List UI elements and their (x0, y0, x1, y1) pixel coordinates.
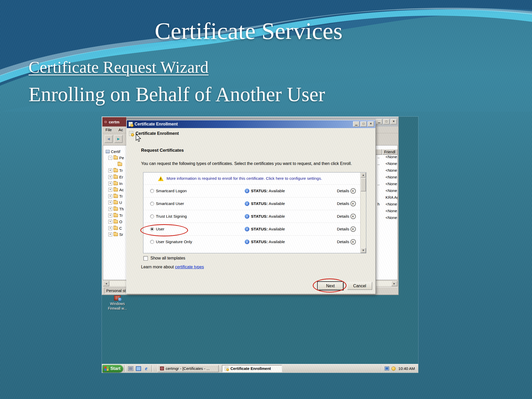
list-cell-fragment: .. (377, 161, 380, 166)
list-cell-fragment: h (377, 202, 380, 206)
details-label[interactable]: Details (337, 201, 349, 206)
info-icon: i (245, 189, 249, 193)
radio-button[interactable] (150, 240, 154, 244)
list-cell-fragment: .. (377, 182, 380, 186)
vertical-scrollbar[interactable]: ▲ ▼ (360, 172, 366, 253)
list-cell-value: <None (385, 161, 397, 166)
forward-icon: ► (116, 137, 121, 141)
maximize-button[interactable]: □ (383, 119, 390, 124)
details-expander-button[interactable]: » (350, 227, 356, 232)
list-cell-value: <None (385, 155, 397, 159)
slide-subtitle: Certificate Request Wizard (29, 58, 209, 77)
certificate-icon (129, 122, 133, 127)
dialog-titlebar[interactable]: Certificate Enrollment ▁ □ × (127, 120, 375, 128)
cert-row[interactable]: Trust List SigningiSTATUS: AvailableDeta… (143, 210, 360, 223)
details-label[interactable]: Details (337, 240, 349, 244)
scroll-up-button[interactable]: ▲ (361, 172, 366, 178)
details-label[interactable]: Details (337, 227, 349, 231)
slide: Certificate Services Certificate Request… (0, 0, 532, 399)
cert-row[interactable]: UseriSTATUS: AvailableDetails» (143, 223, 360, 235)
details-expander-button[interactable]: » (350, 201, 356, 207)
chevron-down-icon: » (351, 241, 355, 243)
status-text: STATUS: Available (251, 201, 285, 206)
cert-row[interactable]: Smartcard UseriSTATUS: AvailableDetails» (143, 197, 360, 210)
learn-more-prefix: Learn more about (141, 265, 175, 269)
task-label: Certificate Enrollment (230, 366, 271, 371)
back-button[interactable]: ◄ (104, 135, 113, 143)
certificate-icon (225, 367, 228, 370)
tray-icon-2[interactable] (391, 367, 396, 371)
cancel-button[interactable]: Cancel (347, 282, 372, 290)
cert-name-label[interactable]: Smartcard User (156, 201, 184, 206)
quick-launch: e (127, 366, 150, 371)
scroll-down-button[interactable]: ▼ (361, 248, 366, 253)
warning-icon (158, 176, 164, 181)
radio-button[interactable] (150, 189, 154, 193)
details-label[interactable]: Details (337, 189, 349, 193)
show-all-checkbox[interactable] (143, 256, 148, 261)
certmgr-window-title: certm (109, 120, 119, 124)
cert-name-label[interactable]: User (156, 227, 164, 231)
forward-button[interactable]: ► (114, 135, 123, 143)
certificate-types-link[interactable]: certificate types (175, 265, 204, 269)
list-cell-value: <None (385, 188, 397, 193)
info-icon: i (245, 214, 249, 219)
menu-file[interactable]: File (105, 128, 112, 132)
taskbar-divider (151, 365, 153, 372)
details-label[interactable]: Details (337, 214, 349, 219)
info-icon: i (245, 201, 249, 206)
radio-button[interactable] (150, 215, 154, 218)
chevron-down-icon: » (351, 203, 355, 204)
show-all-templates[interactable]: Show all templates (143, 256, 185, 261)
close-button[interactable]: × (368, 121, 374, 127)
cert-list: Smartcard LogoniSTATUS: AvailableDetails… (143, 184, 360, 248)
certificate-listbox: More information is required to enroll f… (143, 172, 366, 253)
list-cell-value: KRA Ag (385, 195, 398, 200)
cert-name-label[interactable]: User Signature Only (156, 240, 192, 244)
close-button[interactable]: × (390, 119, 397, 124)
chevron-down-icon: » (351, 228, 355, 230)
desktop-icon-windows-firewall[interactable]: Windows Firewall w... (105, 295, 130, 311)
details-expander-button[interactable]: » (350, 188, 356, 194)
back-icon: ◄ (107, 137, 111, 141)
taskbar: Start e certmgr - [Certificates - ... Ce… (102, 364, 418, 373)
minimize-button[interactable]: ▁ (353, 121, 360, 127)
taskbar-button-certificate-enrollment[interactable]: Certificate Enrollment (222, 365, 282, 372)
warning-link-text[interactable]: More information is required to enroll f… (167, 176, 322, 181)
start-button[interactable]: Start (102, 365, 123, 373)
quicklaunch-icon-2[interactable] (136, 366, 141, 371)
status-text: STATUS: Available (251, 227, 285, 231)
menu-action[interactable]: Ac (118, 128, 123, 132)
radio-button[interactable] (150, 202, 154, 206)
next-button[interactable]: Next (318, 282, 343, 290)
windows-logo-icon (104, 367, 109, 371)
maximize-button[interactable]: □ (360, 121, 367, 127)
scrollbar-thumb[interactable] (361, 178, 366, 191)
details-expander-button[interactable]: » (350, 239, 356, 245)
cert-row[interactable]: User Signature OnlyiSTATUS: AvailableDet… (143, 235, 360, 248)
minimize-button[interactable]: ▁ (376, 119, 382, 124)
certmgr-icon (160, 367, 164, 370)
status-text: STATUS: Available (251, 214, 285, 219)
details-expander-button[interactable]: » (350, 214, 356, 219)
chevron-down-icon: » (351, 190, 355, 192)
certificate-icon (129, 131, 133, 136)
more-info-warning[interactable]: More information is required to enroll f… (143, 172, 360, 184)
taskbar-button-certmgr[interactable]: certmgr - [Certificates - ... (157, 365, 219, 372)
scroll-left-button[interactable]: ◄ (103, 281, 109, 286)
start-label: Start (110, 366, 121, 371)
tray-icon-1[interactable] (385, 367, 389, 370)
quicklaunch-icon-1[interactable] (128, 366, 133, 371)
cert-name-label[interactable]: Trust List Signing (156, 214, 187, 219)
quicklaunch-ie-icon[interactable]: e (144, 366, 149, 371)
section-title: Request Certificates (141, 148, 184, 153)
chevron-down-icon: » (351, 215, 355, 217)
desktop-screenshot: certm ▁ □ × File Ac ◄ ► Certif−Pe+Tr+Er+… (102, 117, 418, 373)
scroll-right-button[interactable]: ► (391, 281, 397, 286)
cert-name-label[interactable]: Smartcard Logon (156, 189, 187, 193)
desktop-icon-label: Firewall w... (105, 306, 130, 311)
certmgr-title-area: certm (102, 117, 126, 127)
list-cell-fragment: .. (377, 155, 380, 159)
cert-row[interactable]: Smartcard LogoniSTATUS: AvailableDetails… (143, 184, 360, 197)
radio-button[interactable] (150, 227, 154, 231)
